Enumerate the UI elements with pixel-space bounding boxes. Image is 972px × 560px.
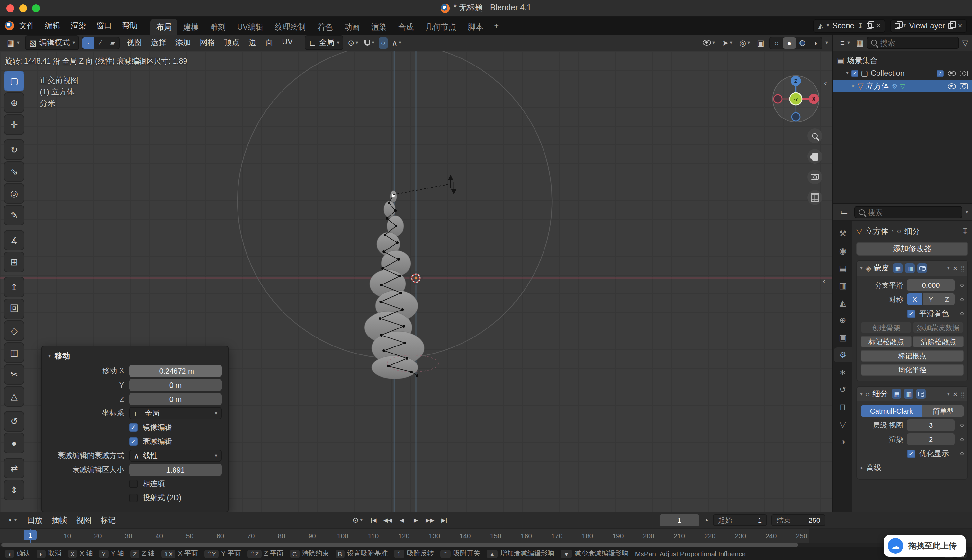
smooth-tool[interactable]: ● [4,433,24,453]
projected-2d-checkbox[interactable] [129,494,137,502]
panel-open-icon[interactable]: ▾ [860,265,863,271]
tab-modifiers[interactable]: ⚙ [834,347,852,362]
tab-material[interactable]: ◑ [834,434,852,449]
face-select-mode-button[interactable]: ▰ [106,37,119,48]
panel-open-icon[interactable]: ▾ [860,392,863,397]
shading-wireframe-button[interactable]: ○ [770,37,783,48]
menu-playback[interactable]: 回放 [23,515,47,526]
viewlayer-selector[interactable]: ▾ ViewLayer × [890,19,967,32]
shading-rendered-button[interactable]: ◑ [809,37,821,48]
add-workspace-button[interactable]: + [489,21,504,30]
animate-dot-icon[interactable] [960,298,964,301]
menu-help[interactable]: 帮助 [117,20,143,31]
inset-faces-tool[interactable]: 回 [4,298,24,319]
knife-tool[interactable]: ✂ [4,364,24,385]
connected-only-checkbox[interactable] [129,480,137,488]
tab-view-layer[interactable]: ▥ [834,278,852,293]
remove-viewlayer-icon[interactable]: × [958,21,962,30]
workspace-tab-animation[interactable]: 动画 [338,18,365,35]
edit-mode-toggle[interactable]: ▦ [893,263,903,273]
tab-tool[interactable]: ⚒ [834,226,852,241]
loop-cut-tool[interactable]: ◫ [4,342,24,363]
workspace-tab-shading[interactable]: 着色 [311,18,338,35]
gizmo-neg-z-axis[interactable] [792,113,800,121]
next-keyframe-button[interactable]: ▶▶ [424,514,437,526]
prev-keyframe-button[interactable]: ◀◀ [381,514,394,526]
advanced-subpanel[interactable]: ▸ 高级 [861,462,964,474]
smooth-shading-checkbox[interactable] [907,309,915,318]
viewlayer-browse-chevron-icon[interactable]: ▾ [903,23,906,28]
cube-label[interactable]: 立方体 [866,81,889,92]
rotate-tool[interactable]: ↻ [4,139,24,160]
panel-open-icon[interactable]: ▾ [48,353,51,359]
workspace-tab-scripting[interactable]: 脚本 [462,18,489,35]
mesh-object[interactable] [365,191,424,379]
menu-uv[interactable]: UV [278,37,297,48]
current-frame-field[interactable]: 1 [659,514,699,526]
workspace-tab-uv-editing[interactable]: UV编辑 [231,18,269,35]
falloff-dropdown[interactable]: ∧ ▾ [390,37,403,48]
subdivision-modifier-header[interactable]: ▾ ○ 细分 ▦ ▥ ▾ × ⣿ [857,387,967,402]
breadcrumb-modifier[interactable]: 细分 [905,226,920,237]
upload-dropzone[interactable]: ☁ 拖拽至此上传 [884,535,965,557]
play-reverse-button[interactable]: ◀ [395,514,408,526]
scene-browse-chevron-icon[interactable]: ▾ [827,23,829,28]
minimize-window-button[interactable] [19,4,27,12]
symmetry-y-button[interactable]: Y [923,293,939,305]
scene-name[interactable]: Scene [833,21,854,30]
simple-button[interactable]: 简单型 [923,405,964,417]
animate-dot-icon[interactable] [960,438,964,441]
poly-build-tool[interactable]: △ [4,386,24,407]
collection-label[interactable]: Collection [871,69,905,78]
orientation-dropdown[interactable]: ∟ 全局 ▾ [305,35,344,50]
snap-dropdown[interactable]: ▾ [363,38,376,47]
tab-object-data[interactable]: ▽ [834,417,852,432]
close-icon[interactable]: × [953,263,957,273]
add-cube-tool[interactable]: ⊞ [4,252,24,272]
menu-vertex[interactable]: 顶点 [219,37,244,48]
bevel-tool[interactable]: ◇ [4,320,24,341]
add-modifier-button[interactable]: 添加修改器 [856,242,968,256]
scene-selector[interactable]: ◭ ▾ Scene ↧ × [813,19,885,32]
workspace-tab-texture-paint[interactable]: 纹理绘制 [269,18,311,35]
menu-face[interactable]: 面 [261,37,278,48]
overlays-dropdown[interactable]: ◎ ▾ [737,37,752,48]
render-toggle[interactable] [918,263,927,273]
perspective-toggle-button[interactable] [807,190,822,205]
outliner-editor-type-button[interactable]: ≡ ▾ [837,37,853,48]
menu-mesh[interactable]: 网格 [195,37,219,48]
create-armature-button[interactable]: 创建骨架 [861,322,912,333]
realtime-toggle[interactable]: ▥ [905,263,915,273]
visibility-dropdown[interactable]: ▾ [701,38,717,47]
equalize-radii-button[interactable]: 均化半径 [861,364,964,376]
navigation-gizmo[interactable]: Z X -Y [770,73,821,125]
eye-icon[interactable] [948,70,956,76]
move-tool[interactable]: ✛ [4,114,24,135]
subdivision-modifier-name[interactable]: 细分 [873,388,888,400]
pin-icon[interactable]: ↧ [858,22,863,30]
tab-output[interactable]: ▤ [834,261,852,275]
mode-dropdown[interactable]: ▧ 编辑模式 ▾ [25,35,79,50]
expand-icon[interactable]: ▸ [852,83,855,88]
measure-tool[interactable]: ∡ [4,230,24,250]
tab-scene[interactable]: ◭ [834,295,852,310]
camera-view-button[interactable] [807,170,822,184]
gizmos-dropdown[interactable]: ➤ ▾ [720,37,734,48]
outliner-search-input[interactable] [880,39,955,47]
playhead-badge[interactable]: 1 [24,530,37,540]
shrink-fatten-tool[interactable]: ⇕ [4,480,24,500]
menu-select[interactable]: 选择 [146,37,171,48]
menu-window[interactable]: 窗口 [91,20,117,31]
optimal-display-checkbox[interactable] [907,449,915,458]
extras-dropdown-icon[interactable]: ▾ [947,265,950,271]
proportional-editing-checkbox[interactable] [129,437,137,446]
properties-editor-type-button[interactable]: ≔ [837,207,851,218]
spin-tool[interactable]: ↺ [4,411,24,432]
zoom-button[interactable] [807,128,822,143]
proportional-size-field[interactable]: 1.891 [129,464,222,476]
shading-material-button[interactable]: ◍ [796,37,809,48]
proportional-editing-toggle[interactable]: ○ [379,37,388,48]
collection-enable-checkbox[interactable] [937,70,944,77]
scale-tool[interactable]: ⇘ [4,161,24,182]
collection-checkbox[interactable] [851,70,858,77]
